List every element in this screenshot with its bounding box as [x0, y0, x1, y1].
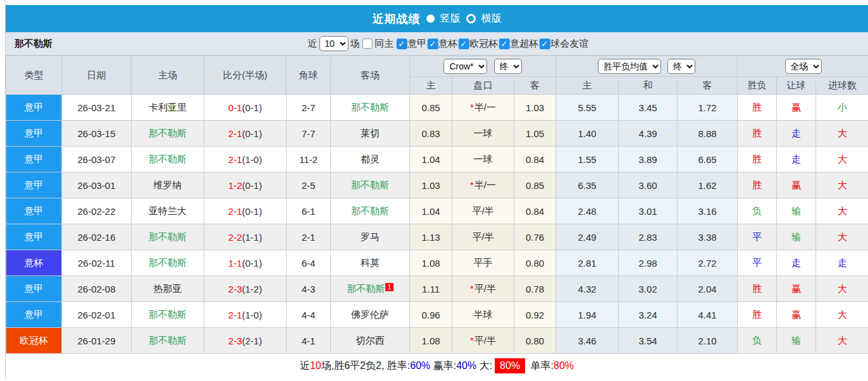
home-team-cell[interactable]: 维罗纳: [132, 172, 204, 198]
league-checkbox[interactable]: ✓: [458, 39, 469, 49]
table-row: 意甲26-02-08热那亚2-3(1-2)4-3那不勒斯11.11*平/半0.7…: [6, 276, 868, 302]
league-checkbox[interactable]: ✓: [396, 39, 407, 49]
away-team-cell[interactable]: 科莫: [331, 250, 410, 276]
eu-away-odds-cell: 3.38: [678, 224, 738, 250]
eu-home-odds-cell: 5.55: [556, 95, 619, 121]
table-row: 意甲26-03-07那不勒斯2-1(1-0)11-2都灵1.04一球0.841.…: [6, 147, 868, 172]
vertical-layout-radio[interactable]: [426, 15, 435, 23]
vertical-layout-label[interactable]: 竖版: [440, 12, 461, 25]
handicap-result-cell: 走: [777, 121, 816, 147]
ah-away-odds-cell: 0.85: [514, 172, 556, 198]
eu-home-odds-cell: 1.55: [556, 147, 619, 172]
handicap-final-select[interactable]: 终: [494, 59, 522, 74]
eu-home-odds-cell: 2.49: [556, 224, 619, 250]
score-cell: 2-1(1-0): [204, 147, 287, 172]
footer-segment: 60%: [410, 360, 430, 372]
eu-draw-odds-cell: 3.01: [619, 198, 678, 224]
home-team-cell[interactable]: 亚特兰大: [132, 198, 204, 224]
league-checkbox[interactable]: ✓: [539, 39, 550, 49]
goals-result-cell: 大: [816, 276, 868, 302]
odds-type-select[interactable]: 胜平负均值: [598, 59, 661, 74]
goals-result-cell: 走: [816, 250, 868, 276]
sub-header-ah-line: 盘口: [452, 77, 514, 95]
away-team-cell[interactable]: 那不勒斯: [331, 95, 410, 121]
eu-draw-odds-cell: 2.83: [619, 224, 678, 250]
away-team-cell[interactable]: 罗马: [331, 224, 410, 250]
eu-away-odds-cell: 3.16: [678, 198, 738, 224]
match-count-select[interactable]: 10: [319, 36, 348, 51]
eu-away-odds-cell: 1.62: [678, 172, 738, 198]
handicap-result-cell: 输: [777, 328, 816, 354]
same-home-checkbox[interactable]: [362, 39, 372, 49]
away-team-cell[interactable]: 那不勒斯: [331, 172, 410, 198]
away-team-cell[interactable]: 莱切: [331, 121, 410, 147]
sub-header-goals: 进球数: [816, 77, 868, 95]
away-team-cell[interactable]: 那不勒斯: [331, 198, 410, 224]
recent-results-panel: 近期战绩 竖版 横版 那不勒斯 近 10 场 同主 ✓意甲✓意杯✓欧冠杯✓意超杯…: [5, 0, 868, 378]
footer-segment: 80%: [495, 358, 525, 373]
eu-home-odds-cell: 1.40: [556, 121, 619, 147]
table-row: 意甲26-02-01那不勒斯2-1(1-0)4-4佛罗伦萨0.96半球0.921…: [6, 302, 868, 328]
period-select[interactable]: 全场: [785, 59, 822, 74]
home-team-cell[interactable]: 那不勒斯: [132, 224, 204, 250]
same-home-label: 同主: [375, 38, 394, 50]
ah-away-odds-cell: 1.03: [514, 95, 556, 121]
ah-home-odds-cell: 0.96: [410, 302, 452, 328]
home-team-cell[interactable]: 那不勒斯: [132, 302, 204, 328]
score-cell: 2-3(1-2): [204, 276, 287, 302]
away-team-cell[interactable]: 都灵: [331, 147, 410, 172]
handicap-result-cell: 赢: [777, 172, 816, 198]
ah-line-cell: 一球: [452, 121, 514, 147]
score-cell: 2-2(1-1): [204, 224, 287, 250]
ah-line-cell: *平/半: [452, 328, 514, 354]
ah-away-odds-cell: 0.80: [514, 328, 556, 354]
matches-label: 场: [350, 38, 359, 50]
home-team-cell[interactable]: 卡利亚里: [132, 95, 204, 121]
result-cell: 胜: [738, 172, 777, 198]
league-checkbox-label: 意超杯: [510, 38, 538, 49]
eu-home-odds-cell: 4.32: [556, 276, 619, 302]
table-row: 欧冠杯26-01-29那不勒斯2-3(2-1)4-1切尔西1.08*平/半0.8…: [6, 328, 868, 354]
bookmaker-select[interactable]: Crow*: [443, 59, 487, 74]
footer-segment: 赢率:: [430, 360, 456, 373]
table-row: 意甲26-02-22亚特兰大2-1(0-1)6-1那不勒斯1.04平/半0.84…: [6, 198, 868, 224]
result-group-header: 全场: [738, 56, 868, 77]
col-header-type: 类型: [6, 56, 62, 95]
odds-group-header: 胜平负均值 终: [556, 56, 738, 77]
home-team-cell[interactable]: 那不勒斯: [132, 328, 204, 354]
result-cell: 负: [738, 328, 777, 354]
home-team-cell[interactable]: 那不勒斯: [132, 250, 204, 276]
ah-home-odds-cell: 1.04: [410, 198, 452, 224]
near-label: 近: [307, 38, 317, 50]
goals-result-cell: 小: [816, 95, 868, 121]
corner-cell: 2-1: [287, 224, 331, 250]
away-team-cell[interactable]: 切尔西: [331, 328, 410, 354]
league-checkbox[interactable]: ✓: [427, 39, 438, 49]
score-cell: 1-1(0-1): [204, 250, 287, 276]
eu-away-odds-cell: 1.72: [678, 95, 738, 121]
odds-final-select[interactable]: 终: [667, 59, 695, 74]
away-team-cell[interactable]: 佛罗伦萨: [331, 302, 410, 328]
result-cell: 胜: [738, 302, 777, 328]
col-header-corner: 角球: [287, 56, 331, 95]
home-team-cell[interactable]: 那不勒斯: [132, 121, 204, 147]
eu-draw-odds-cell: 2.98: [619, 250, 678, 276]
footer-segment: 40%: [456, 360, 476, 372]
horizontal-layout-radio[interactable]: [466, 14, 476, 23]
handicap-result-cell: 赢: [777, 276, 816, 302]
corner-cell: 2-7: [287, 95, 331, 121]
ah-away-odds-cell: 0.76: [514, 224, 556, 250]
league-checkbox[interactable]: ✓: [499, 39, 509, 49]
result-cell: 胜: [738, 95, 777, 121]
eu-draw-odds-cell: 3.02: [619, 276, 678, 302]
eu-home-odds-cell: 6.35: [556, 172, 619, 198]
horizontal-layout-label[interactable]: 横版: [481, 12, 502, 25]
home-team-cell[interactable]: 热那亚: [132, 276, 204, 302]
corner-cell: 7-7: [287, 121, 331, 147]
goals-result-cell: 大: [816, 172, 868, 198]
result-cell: 胜: [738, 121, 777, 147]
home-team-cell[interactable]: 那不勒斯: [132, 147, 204, 172]
ah-line-cell: 平/半: [452, 224, 514, 250]
ah-home-odds-cell: 1.13: [410, 224, 452, 250]
away-team-cell[interactable]: 那不勒斯1: [331, 276, 410, 302]
